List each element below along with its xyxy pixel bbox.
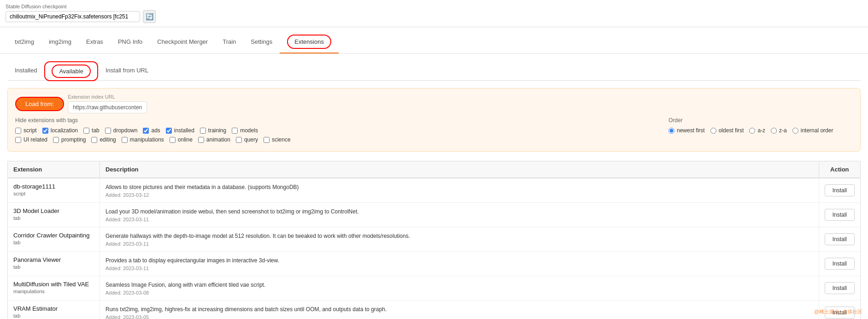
tag-localization-checkbox[interactable]	[42, 128, 48, 134]
hide-tags-label: Hide extensions with tags	[15, 117, 659, 124]
filter-tags-order-row: Hide extensions with tags script localiz…	[15, 117, 853, 146]
checkpoint-dropdown[interactable]: chilloutmix_NiPrunedFp32Fix.safetensors …	[6, 11, 140, 22]
install-button[interactable]: Install	[825, 282, 855, 294]
tag-training[interactable]: training	[200, 127, 226, 134]
tag-script[interactable]: script	[15, 127, 37, 134]
tag-editing-checkbox[interactable]	[91, 137, 97, 143]
tag-installed-checkbox[interactable]	[166, 128, 172, 134]
order-a-z[interactable]: a-z	[749, 127, 765, 134]
tab-checkpoint-merger[interactable]: Checkpoint Merger	[150, 31, 215, 53]
tag-dropdown-checkbox[interactable]	[105, 128, 111, 134]
install-button[interactable]: Install	[825, 258, 855, 270]
order-internal[interactable]: internal order	[792, 127, 833, 134]
subtab-available[interactable]: Available	[44, 61, 98, 81]
table-row: 3D Model Loader tab Load your 3D model/a…	[8, 203, 861, 227]
install-button[interactable]: Install	[825, 209, 855, 221]
order-row: newest first oldest first a-z z-a	[669, 127, 853, 134]
tags-row-1: script localization tab dropdown	[15, 127, 659, 134]
tag-ads[interactable]: ads	[143, 127, 160, 134]
tag-manipulations[interactable]: manipulations	[122, 136, 164, 143]
tag-ui-related-label: UI related	[23, 136, 47, 143]
tag-localization[interactable]: localization	[42, 127, 78, 134]
tab-img2img[interactable]: img2img	[41, 31, 79, 53]
order-za-radio[interactable]	[771, 128, 777, 134]
table-row: MultiDiffusion with Tiled VAE manipulati…	[8, 276, 861, 301]
order-internal-radio[interactable]	[792, 128, 798, 134]
order-label: Order	[669, 117, 853, 124]
subtab-install-from-url[interactable]: Install from URL	[98, 61, 156, 80]
tag-animation-label: animation	[206, 136, 230, 143]
tag-science[interactable]: science	[264, 136, 291, 143]
ext-date: Added: 2023-03-08	[106, 290, 813, 295]
tag-models[interactable]: models	[232, 127, 258, 134]
load-from-label: Load from:	[25, 100, 54, 107]
order-newest-label: newest first	[677, 127, 705, 134]
ext-name: Corridor Crawler Outpainting	[13, 232, 94, 239]
url-input[interactable]	[68, 101, 147, 113]
tag-script-checkbox[interactable]	[15, 128, 21, 134]
tag-tab-checkbox[interactable]	[83, 128, 89, 134]
install-button[interactable]: Install	[825, 233, 855, 245]
tag-science-checkbox[interactable]	[264, 137, 270, 143]
ext-tag: tab	[13, 240, 94, 245]
table-row: VRAM Estimator tab Runs txt2img, img2img…	[8, 301, 861, 319]
tag-ads-checkbox[interactable]	[143, 128, 149, 134]
tag-ui-related-checkbox[interactable]	[15, 137, 21, 143]
top-bar: Stable Diffusion checkpoint chilloutmix_…	[0, 0, 868, 27]
order-section: Order newest first oldest first a-z	[659, 117, 853, 136]
tag-science-label: science	[272, 136, 291, 143]
ext-tag: tab	[13, 215, 94, 221]
tag-script-label: script	[23, 127, 37, 134]
tag-installed-label: installed	[174, 127, 194, 134]
order-oldest-first[interactable]: oldest first	[710, 127, 744, 134]
tag-query-checkbox[interactable]	[236, 137, 242, 143]
tab-extensions[interactable]: Extensions	[280, 31, 339, 53]
tag-ads-label: ads	[151, 127, 160, 134]
subtab-installed[interactable]: Installed	[7, 61, 44, 80]
ext-tag: tab	[13, 313, 94, 319]
tab-txt2img[interactable]: txt2img	[7, 31, 41, 53]
tab-train[interactable]: Train	[215, 31, 243, 53]
tag-tab[interactable]: tab	[83, 127, 100, 134]
order-z-a[interactable]: z-a	[771, 127, 787, 134]
ext-date: Added: 2023-03-11	[106, 266, 813, 271]
tag-query[interactable]: query	[236, 136, 258, 143]
order-oldest-radio[interactable]	[710, 128, 716, 134]
ext-name: VRAM Estimator	[13, 305, 94, 312]
tag-installed[interactable]: installed	[166, 127, 194, 134]
order-za-label: z-a	[779, 127, 787, 134]
install-button[interactable]: Install	[825, 184, 855, 196]
tag-online-label: online	[178, 136, 193, 143]
tab-pnginfo[interactable]: PNG Info	[111, 31, 150, 53]
tag-ui-related[interactable]: UI related	[15, 136, 47, 143]
order-az-radio[interactable]	[749, 128, 755, 134]
tag-prompting-checkbox[interactable]	[53, 137, 59, 143]
ext-date: Added: 2023-03-11	[106, 241, 813, 247]
tag-editing[interactable]: editing	[91, 136, 116, 143]
filter-section: Load from: Extension index URL Hide exte…	[7, 88, 861, 152]
ext-description: Provides a tab to display equirectangula…	[106, 256, 813, 265]
tag-prompting-label: prompting	[61, 136, 86, 143]
tab-settings[interactable]: Settings	[243, 31, 280, 53]
ext-date: Added: 2023-03-12	[106, 192, 813, 198]
tag-dropdown[interactable]: dropdown	[105, 127, 138, 134]
order-newest-first[interactable]: newest first	[669, 127, 705, 134]
col-extension: Extension	[8, 161, 100, 178]
tag-training-checkbox[interactable]	[200, 128, 206, 134]
tag-models-checkbox[interactable]	[232, 128, 238, 134]
tag-animation-checkbox[interactable]	[198, 137, 204, 143]
main-content: Installed Available Install from URL Loa…	[0, 54, 868, 319]
table-row: Panorama Viewer tab Provides a tab to di…	[8, 252, 861, 276]
refresh-icon: 🔄	[146, 13, 153, 20]
table-row: Corridor Crawler Outpainting tab Generat…	[8, 227, 861, 252]
tag-online[interactable]: online	[170, 136, 193, 143]
order-az-label: a-z	[757, 127, 765, 134]
tag-prompting[interactable]: prompting	[53, 136, 86, 143]
tab-extras[interactable]: Extras	[79, 31, 111, 53]
refresh-button[interactable]: 🔄	[143, 10, 156, 23]
tag-manipulations-checkbox[interactable]	[122, 137, 128, 143]
tag-online-checkbox[interactable]	[170, 137, 176, 143]
load-from-button[interactable]: Load from:	[15, 97, 64, 111]
tag-animation[interactable]: animation	[198, 136, 230, 143]
order-newest-radio[interactable]	[669, 128, 674, 134]
